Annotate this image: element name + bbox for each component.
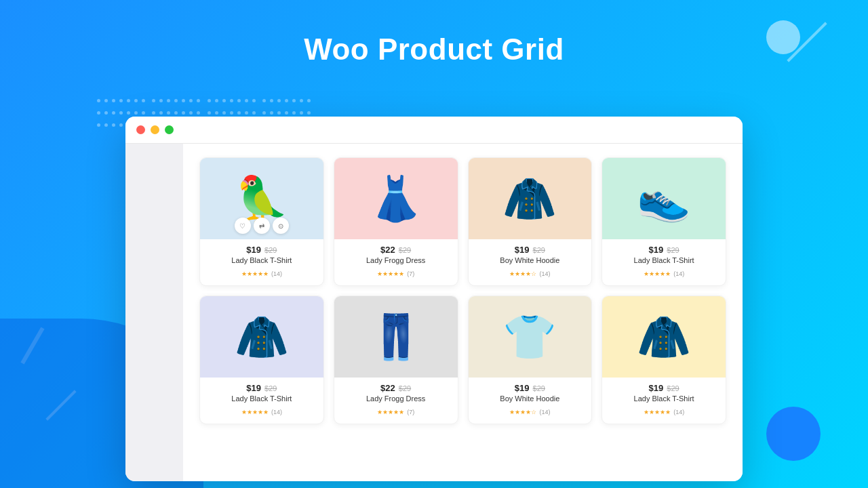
product-image: 👕 (469, 296, 592, 378)
product-icon: 🦜 (235, 177, 289, 220)
product-icon: 👕 (502, 315, 557, 359)
product-rating: ★★★★★ (7) (341, 405, 451, 417)
price-old: $29 (264, 384, 277, 392)
browser-content: 🦜 ♡ ⇄ ⊙ $19 $29 Lady Black T-Shirt ★★★★★… (125, 144, 743, 481)
price-current: $19 (246, 245, 261, 255)
product-name: Lady Black T-Shirt (609, 394, 719, 403)
product-grid: 🦜 ♡ ⇄ ⊙ $19 $29 Lady Black T-Shirt ★★★★★… (199, 157, 726, 424)
price-row: $19 $29 (609, 383, 719, 393)
product-icon: 🧥 (235, 315, 289, 359)
product-card: 🧥 $19 $29 Boy White Hoodie ★★★★☆ (14) (468, 157, 593, 286)
price-row: $19 $29 (475, 383, 585, 393)
price-current: $22 (380, 245, 395, 255)
price-current: $19 (649, 383, 664, 393)
price-current: $19 (246, 383, 261, 393)
product-icon: 👟 (637, 177, 691, 220)
product-icon: 👗 (369, 177, 423, 220)
product-rating-count: (14) (271, 409, 282, 415)
product-name: Lady Frogg Dress (341, 394, 451, 403)
product-image: 🧥 (200, 296, 323, 378)
price-old: $29 (667, 246, 679, 254)
product-name: Boy White Hoodie (475, 256, 585, 264)
product-image: 👗 (334, 158, 458, 239)
product-rating: ★★★★★ (7) (341, 266, 451, 279)
product-rating: ★★★★★ (14) (609, 405, 719, 417)
product-rating: ★★★★☆ (14) (475, 405, 585, 417)
product-card: 👗 $22 $29 Lady Frogg Dress ★★★★★ (7) (334, 157, 458, 286)
price-old: $29 (264, 246, 277, 254)
browser-window: 🦜 ♡ ⇄ ⊙ $19 $29 Lady Black T-Shirt ★★★★★… (125, 117, 743, 481)
product-stars: ★★★★☆ (509, 409, 536, 415)
price-current: $22 (380, 383, 395, 393)
traffic-light-maximize[interactable] (165, 125, 174, 134)
product-icon: 👖 (369, 315, 423, 359)
product-stars: ★★★★★ (644, 270, 671, 277)
traffic-light-minimize[interactable] (151, 125, 159, 134)
product-card: 🦜 ♡ ⇄ ⊙ $19 $29 Lady Black T-Shirt ★★★★★… (199, 157, 324, 286)
product-name: Lady Black T-Shirt (207, 394, 317, 403)
product-name: Lady Black T-Shirt (207, 256, 317, 264)
product-info: $22 $29 Lady Frogg Dress ★★★★★ (7) (334, 378, 458, 424)
price-row: $22 $29 (341, 245, 451, 255)
price-row: $19 $29 (475, 245, 585, 255)
product-stars: ★★★★★ (377, 409, 404, 415)
product-name: Boy White Hoodie (475, 394, 585, 403)
product-rating-count: (7) (407, 270, 414, 277)
product-name: Lady Frogg Dress (341, 256, 451, 264)
price-row: $19 $29 (207, 383, 317, 393)
price-old: $29 (399, 246, 411, 254)
product-rating: ★★★★★ (14) (207, 266, 317, 279)
product-stars: ★★★★★ (241, 270, 269, 277)
price-old: $29 (533, 384, 545, 392)
price-old: $29 (533, 246, 545, 254)
price-row: $19 $29 (609, 245, 719, 255)
product-card: 🧥 $19 $29 Lady Black T-Shirt ★★★★★ (14) (199, 296, 324, 424)
product-info: $19 $29 Lady Black T-Shirt ★★★★★ (14) (200, 239, 323, 285)
product-image: 🧥 (469, 158, 592, 239)
product-info: $19 $29 Boy White Hoodie ★★★★☆ (14) (469, 239, 592, 285)
price-old: $29 (667, 384, 679, 392)
price-row: $22 $29 (341, 383, 451, 393)
product-icon: 🧥 (502, 177, 557, 220)
price-old: $29 (399, 384, 411, 392)
browser-toolbar (125, 117, 743, 144)
product-card: 👖 $22 $29 Lady Frogg Dress ★★★★★ (7) (334, 296, 458, 424)
product-action-buttons: ♡ ⇄ ⊙ (235, 218, 289, 234)
compare-button[interactable]: ⇄ (254, 218, 270, 234)
traffic-light-close[interactable] (136, 125, 145, 134)
main-content: 🦜 ♡ ⇄ ⊙ $19 $29 Lady Black T-Shirt ★★★★★… (183, 144, 743, 481)
product-stars: ★★★★★ (644, 409, 671, 415)
product-card: 👕 $19 $29 Boy White Hoodie ★★★★☆ (14) (468, 296, 593, 424)
price-row: $19 $29 (207, 245, 317, 255)
bg-circle-decoration (766, 20, 800, 54)
price-current: $19 (649, 245, 664, 255)
bg-circle-bottom-decoration (766, 407, 821, 461)
product-stars: ★★★★★ (377, 270, 404, 277)
wishlist-button[interactable]: ♡ (235, 218, 251, 234)
product-image: 👖 (334, 296, 458, 378)
price-current: $19 (515, 245, 530, 255)
product-rating-count: (14) (673, 409, 684, 415)
product-icon: 🧥 (637, 315, 691, 359)
product-stars: ★★★★★ (241, 409, 269, 415)
quickview-button[interactable]: ⊙ (273, 218, 289, 234)
sidebar (125, 144, 183, 481)
product-rating: ★★★★★ (14) (609, 266, 719, 279)
product-image: 🦜 ♡ ⇄ ⊙ (200, 158, 323, 239)
product-card: 🧥 $19 $29 Lady Black T-Shirt ★★★★★ (14) (601, 296, 726, 424)
product-info: $19 $29 Lady Black T-Shirt ★★★★★ (14) (602, 239, 726, 285)
product-info: $19 $29 Lady Black T-Shirt ★★★★★ (14) (200, 378, 323, 424)
product-rating: ★★★★★ (14) (207, 405, 317, 417)
product-card: 👟 $19 $29 Lady Black T-Shirt ★★★★★ (14) (601, 157, 726, 286)
traffic-lights (136, 125, 174, 134)
product-stars: ★★★★☆ (509, 270, 536, 277)
product-info: $19 $29 Lady Black T-Shirt ★★★★★ (14) (602, 378, 726, 424)
product-rating-count: (14) (540, 409, 551, 415)
product-rating-count: (7) (407, 409, 414, 415)
product-rating: ★★★★☆ (14) (475, 266, 585, 279)
page-title: Woo Product Grid (0, 0, 868, 85)
product-rating-count: (14) (271, 270, 282, 277)
product-rating-count: (14) (540, 270, 551, 277)
product-image: 🧥 (602, 296, 726, 378)
product-rating-count: (14) (673, 270, 684, 277)
